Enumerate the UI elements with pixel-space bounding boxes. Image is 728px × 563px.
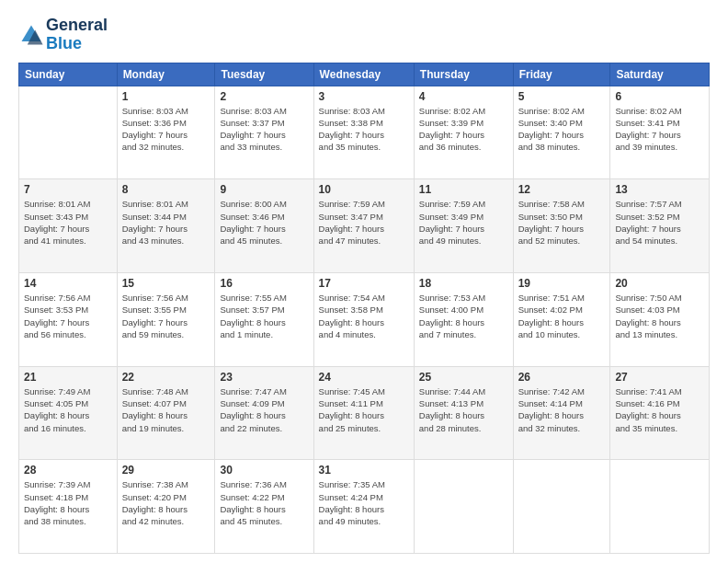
calendar-cell: 11Sunrise: 7:59 AM Sunset: 3:49 PM Dayli… [414, 179, 513, 273]
page: General Blue SundayMondayTuesdayWednesda… [0, 0, 728, 563]
calendar-cell: 1Sunrise: 8:03 AM Sunset: 3:36 PM Daylig… [117, 86, 215, 179]
day-info: Sunrise: 7:51 AM Sunset: 4:02 PM Dayligh… [518, 292, 606, 340]
calendar-cell: 31Sunrise: 7:35 AM Sunset: 4:24 PM Dayli… [313, 460, 414, 554]
calendar-table: SundayMondayTuesdayWednesdayThursdayFrid… [18, 63, 710, 554]
day-info: Sunrise: 7:41 AM Sunset: 4:16 PM Dayligh… [615, 385, 704, 434]
day-info: Sunrise: 7:47 AM Sunset: 4:09 PM Dayligh… [220, 385, 308, 434]
day-number: 31 [319, 464, 409, 477]
calendar-cell: 18Sunrise: 7:53 AM Sunset: 4:00 PM Dayli… [414, 272, 513, 366]
day-number: 28 [24, 464, 112, 477]
day-number: 23 [220, 371, 308, 384]
day-info: Sunrise: 8:02 AM Sunset: 3:40 PM Dayligh… [518, 105, 606, 154]
day-number: 1 [122, 90, 210, 103]
day-number: 27 [615, 371, 704, 384]
day-info: Sunrise: 8:03 AM Sunset: 3:38 PM Dayligh… [319, 105, 409, 154]
day-number: 21 [24, 371, 112, 384]
day-number: 14 [24, 277, 112, 290]
calendar-cell: 30Sunrise: 7:36 AM Sunset: 4:22 PM Dayli… [215, 460, 313, 554]
day-info: Sunrise: 7:42 AM Sunset: 4:14 PM Dayligh… [518, 385, 606, 434]
calendar-header-sunday: Sunday [19, 63, 118, 86]
day-info: Sunrise: 7:53 AM Sunset: 4:00 PM Dayligh… [419, 292, 508, 340]
calendar-cell: 15Sunrise: 7:56 AM Sunset: 3:55 PM Dayli… [117, 272, 215, 366]
day-info: Sunrise: 8:01 AM Sunset: 3:44 PM Dayligh… [122, 198, 210, 247]
day-number: 30 [220, 464, 308, 477]
logo: General Blue [18, 17, 108, 53]
day-info: Sunrise: 7:59 AM Sunset: 3:47 PM Dayligh… [319, 198, 409, 247]
logo-icon [18, 22, 44, 48]
day-number: 3 [319, 90, 409, 103]
calendar-cell: 16Sunrise: 7:55 AM Sunset: 3:57 PM Dayli… [215, 272, 313, 366]
day-info: Sunrise: 7:35 AM Sunset: 4:24 PM Dayligh… [319, 478, 409, 527]
day-number: 22 [122, 371, 210, 384]
day-number: 10 [319, 183, 409, 196]
calendar-cell: 13Sunrise: 7:57 AM Sunset: 3:52 PM Dayli… [610, 179, 710, 273]
day-info: Sunrise: 7:58 AM Sunset: 3:50 PM Dayligh… [518, 198, 606, 247]
day-info: Sunrise: 7:59 AM Sunset: 3:49 PM Dayligh… [419, 198, 508, 247]
day-info: Sunrise: 7:54 AM Sunset: 3:58 PM Dayligh… [319, 292, 409, 340]
calendar-cell: 7Sunrise: 8:01 AM Sunset: 3:43 PM Daylig… [19, 179, 118, 273]
day-info: Sunrise: 7:39 AM Sunset: 4:18 PM Dayligh… [24, 478, 112, 527]
day-info: Sunrise: 8:02 AM Sunset: 3:41 PM Dayligh… [615, 105, 704, 154]
day-number: 9 [220, 183, 308, 196]
calendar-week-4: 21Sunrise: 7:49 AM Sunset: 4:05 PM Dayli… [19, 366, 710, 460]
calendar-cell [414, 460, 513, 554]
day-info: Sunrise: 8:01 AM Sunset: 3:43 PM Dayligh… [24, 198, 112, 247]
day-number: 12 [518, 183, 606, 196]
calendar-header-wednesday: Wednesday [313, 63, 414, 86]
day-number: 8 [122, 183, 210, 196]
day-info: Sunrise: 7:44 AM Sunset: 4:13 PM Dayligh… [419, 385, 508, 434]
calendar-cell: 19Sunrise: 7:51 AM Sunset: 4:02 PM Dayli… [513, 272, 610, 366]
day-info: Sunrise: 8:03 AM Sunset: 3:36 PM Dayligh… [122, 105, 210, 154]
calendar-header-tuesday: Tuesday [215, 63, 313, 86]
day-number: 15 [122, 277, 210, 290]
day-number: 24 [319, 371, 409, 384]
calendar-week-2: 7Sunrise: 8:01 AM Sunset: 3:43 PM Daylig… [19, 179, 710, 273]
calendar-cell [513, 460, 610, 554]
day-info: Sunrise: 7:55 AM Sunset: 3:57 PM Dayligh… [220, 292, 308, 340]
calendar-cell: 14Sunrise: 7:56 AM Sunset: 3:53 PM Dayli… [19, 272, 118, 366]
day-number: 18 [419, 277, 508, 290]
day-info: Sunrise: 7:38 AM Sunset: 4:20 PM Dayligh… [122, 478, 210, 527]
day-number: 6 [615, 90, 704, 103]
day-number: 19 [518, 277, 606, 290]
day-number: 26 [518, 371, 606, 384]
day-info: Sunrise: 7:56 AM Sunset: 3:55 PM Dayligh… [122, 292, 210, 340]
day-number: 11 [419, 183, 508, 196]
day-info: Sunrise: 7:57 AM Sunset: 3:52 PM Dayligh… [615, 198, 704, 247]
calendar-cell: 2Sunrise: 8:03 AM Sunset: 3:37 PM Daylig… [215, 86, 313, 179]
calendar-header-thursday: Thursday [414, 63, 513, 86]
calendar-cell: 23Sunrise: 7:47 AM Sunset: 4:09 PM Dayli… [215, 366, 313, 460]
calendar-cell: 20Sunrise: 7:50 AM Sunset: 4:03 PM Dayli… [610, 272, 710, 366]
calendar-cell: 3Sunrise: 8:03 AM Sunset: 3:38 PM Daylig… [313, 86, 414, 179]
day-info: Sunrise: 7:49 AM Sunset: 4:05 PM Dayligh… [24, 385, 112, 434]
day-number: 17 [319, 277, 409, 290]
logo-text-general: General [46, 17, 108, 35]
calendar-cell: 6Sunrise: 8:02 AM Sunset: 3:41 PM Daylig… [610, 86, 710, 179]
calendar-cell: 17Sunrise: 7:54 AM Sunset: 3:58 PM Dayli… [313, 272, 414, 366]
day-number: 5 [518, 90, 606, 103]
day-number: 25 [419, 371, 508, 384]
calendar-cell: 26Sunrise: 7:42 AM Sunset: 4:14 PM Dayli… [513, 366, 610, 460]
day-number: 7 [24, 183, 112, 196]
calendar-header-friday: Friday [513, 63, 610, 86]
day-number: 4 [419, 90, 508, 103]
calendar-week-3: 14Sunrise: 7:56 AM Sunset: 3:53 PM Dayli… [19, 272, 710, 366]
day-info: Sunrise: 7:48 AM Sunset: 4:07 PM Dayligh… [122, 385, 210, 434]
calendar-cell: 10Sunrise: 7:59 AM Sunset: 3:47 PM Dayli… [313, 179, 414, 273]
header: General Blue [18, 17, 710, 53]
calendar-cell: 5Sunrise: 8:02 AM Sunset: 3:40 PM Daylig… [513, 86, 610, 179]
calendar-header-saturday: Saturday [610, 63, 710, 86]
day-info: Sunrise: 8:00 AM Sunset: 3:46 PM Dayligh… [220, 198, 308, 247]
day-number: 29 [122, 464, 210, 477]
day-info: Sunrise: 7:36 AM Sunset: 4:22 PM Dayligh… [220, 478, 308, 527]
calendar-cell: 29Sunrise: 7:38 AM Sunset: 4:20 PM Dayli… [117, 460, 215, 554]
day-info: Sunrise: 7:56 AM Sunset: 3:53 PM Dayligh… [24, 292, 112, 340]
day-number: 20 [615, 277, 704, 290]
calendar-cell: 21Sunrise: 7:49 AM Sunset: 4:05 PM Dayli… [19, 366, 118, 460]
calendar-cell: 22Sunrise: 7:48 AM Sunset: 4:07 PM Dayli… [117, 366, 215, 460]
calendar-week-1: 1Sunrise: 8:03 AM Sunset: 3:36 PM Daylig… [19, 86, 710, 179]
calendar-cell: 8Sunrise: 8:01 AM Sunset: 3:44 PM Daylig… [117, 179, 215, 273]
calendar-cell: 12Sunrise: 7:58 AM Sunset: 3:50 PM Dayli… [513, 179, 610, 273]
calendar-cell: 28Sunrise: 7:39 AM Sunset: 4:18 PM Dayli… [19, 460, 118, 554]
calendar-header-monday: Monday [117, 63, 215, 86]
